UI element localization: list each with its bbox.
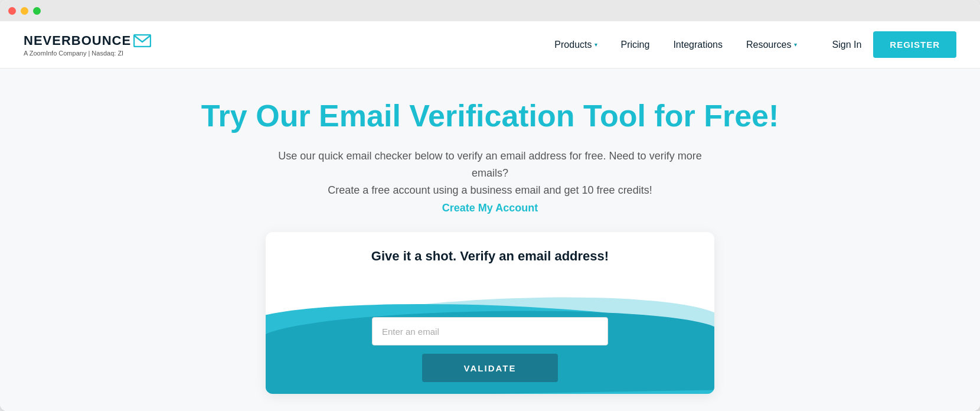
nav-actions: Sign In REGISTER — [832, 31, 957, 58]
nav-pricing-label: Pricing — [621, 40, 650, 50]
traffic-lights — [8, 7, 41, 15]
title-bar — [0, 0, 980, 21]
chevron-down-icon: ▾ — [794, 41, 797, 48]
maximize-button[interactable] — [33, 7, 41, 15]
hero-desc-line2: Create a free account using a business e… — [328, 184, 652, 196]
logo-subtitle: A ZoomInfo Company | Nasdaq: ZI — [24, 50, 151, 57]
close-button[interactable] — [8, 7, 16, 15]
browser-window: NEVERBOUNCE A ZoomInfo Company | Nasdaq:… — [0, 0, 980, 411]
minimize-button[interactable] — [21, 7, 28, 15]
nav-links: Products ▾ Pricing Integrations Resource… — [554, 40, 796, 50]
card-title: Give it a shot. Verify an email address! — [289, 249, 691, 264]
navbar: NEVERBOUNCE A ZoomInfo Company | Nasdaq:… — [0, 21, 980, 68]
verify-card: Give it a shot. Verify an email address!… — [266, 232, 714, 394]
card-body: VALIDATE — [266, 264, 714, 394]
card-header: Give it a shot. Verify an email address! — [266, 232, 714, 264]
validate-button[interactable]: VALIDATE — [422, 354, 558, 382]
hero-title: Try Our Email Verification Tool for Free… — [201, 98, 779, 133]
nav-products-label: Products — [554, 40, 592, 50]
nav-link-pricing[interactable]: Pricing — [621, 40, 650, 50]
logo-text: NEVERBOUNCE — [24, 33, 131, 48]
logo: NEVERBOUNCE A ZoomInfo Company | Nasdaq:… — [24, 33, 151, 57]
hero-desc-line1: Use our quick email checker below to ver… — [278, 150, 701, 179]
nav-integrations-label: Integrations — [673, 40, 723, 50]
logo-name: NEVERBOUNCE — [24, 33, 151, 48]
hero-description: Use our quick email checker below to ver… — [260, 148, 720, 198]
logo-icon — [133, 34, 151, 47]
chevron-down-icon: ▾ — [594, 41, 597, 48]
create-account-link[interactable]: Create My Account — [442, 202, 538, 214]
nav-resources-label: Resources — [746, 40, 791, 50]
email-input[interactable] — [372, 317, 608, 345]
nav-link-products[interactable]: Products ▾ — [554, 40, 597, 50]
register-button[interactable]: REGISTER — [873, 31, 956, 58]
nav-link-resources[interactable]: Resources ▾ — [746, 40, 796, 50]
nav-link-integrations[interactable]: Integrations — [673, 40, 723, 50]
main-content: Try Our Email Verification Tool for Free… — [0, 68, 980, 411]
sign-in-link[interactable]: Sign In — [832, 40, 862, 50]
card-form: VALIDATE — [266, 317, 714, 382]
page: NEVERBOUNCE A ZoomInfo Company | Nasdaq:… — [0, 21, 980, 411]
